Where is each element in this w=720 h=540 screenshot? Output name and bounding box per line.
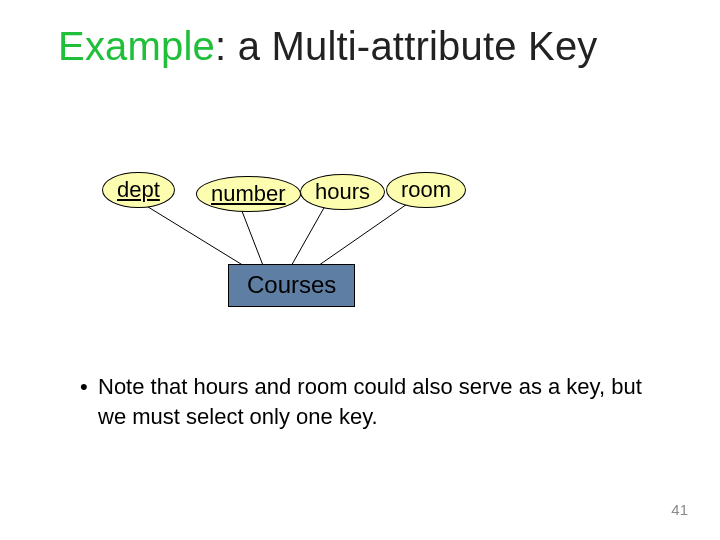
- svg-line-2: [290, 206, 325, 268]
- slide-title: Example: a Multi-attribute Key: [58, 24, 598, 69]
- bullet-dot-icon: •: [80, 372, 88, 402]
- slide: Example: a Multi-attribute Key dept numb…: [0, 0, 720, 540]
- entity-courses: Courses: [228, 264, 355, 307]
- attr-hours: hours: [300, 174, 385, 210]
- note-text: Note that hours and room could also serv…: [98, 374, 642, 429]
- title-rest: : a Multi-attribute Key: [215, 24, 598, 68]
- title-accent: Example: [58, 24, 215, 68]
- attr-dept: dept: [102, 172, 175, 208]
- er-connectors: [0, 0, 720, 540]
- svg-line-1: [240, 206, 264, 268]
- attr-room: room: [386, 172, 466, 208]
- note-bullet: • Note that hours and room could also se…: [98, 372, 648, 431]
- page-number: 41: [671, 501, 688, 518]
- svg-line-0: [140, 202, 254, 272]
- attr-number: number: [196, 176, 301, 212]
- svg-line-3: [312, 202, 410, 270]
